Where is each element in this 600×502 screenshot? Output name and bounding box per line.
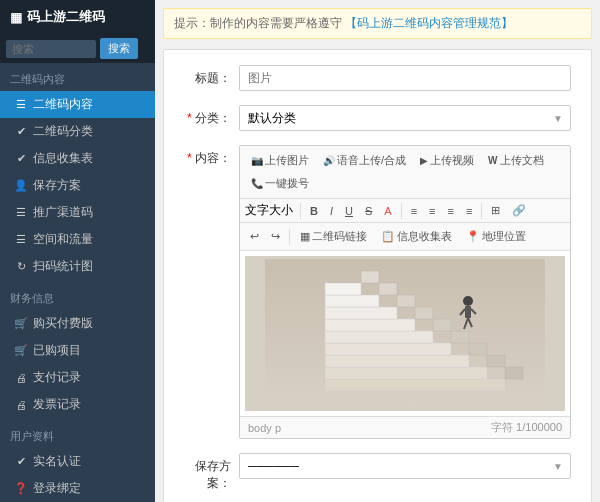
upload-video-icon: ▶	[420, 155, 428, 166]
redo-btn[interactable]: ↪	[266, 228, 285, 245]
align-center-btn[interactable]: ≡	[424, 203, 440, 219]
bold-btn[interactable]: B	[305, 203, 323, 219]
svg-rect-3	[325, 355, 469, 367]
qr-link-btn[interactable]: ▦ 二维码链接	[294, 226, 373, 247]
search-button[interactable]: 搜索	[100, 38, 138, 59]
link-btn[interactable]: 🔗	[507, 202, 531, 219]
geo-location-btn[interactable]: 📍 地理位置	[460, 226, 532, 247]
one-click-call-btn[interactable]: 📞 一键拨号	[245, 173, 315, 194]
search-input[interactable]	[6, 40, 96, 58]
svg-rect-9	[325, 283, 361, 295]
italic-btn[interactable]: I	[325, 203, 338, 219]
divider3	[481, 203, 482, 219]
notice-link[interactable]: 【码上游二维码内容管理规范】	[345, 16, 513, 30]
sidebar-section-title-finance: 财务信息	[0, 287, 155, 310]
info-collect-btn[interactable]: 📋 信息收集表	[375, 226, 458, 247]
sidebar-item-buy-premium[interactable]: 🛒 购买付费版	[0, 310, 155, 337]
upload-image-icon: 📷	[251, 155, 263, 166]
align-left-btn[interactable]: ≡	[406, 203, 422, 219]
upload-doc-icon: W	[488, 155, 497, 166]
save-plan-icon: 👤	[14, 179, 28, 192]
align-right-btn[interactable]: ≡	[443, 203, 459, 219]
color-btn[interactable]: A	[379, 203, 396, 219]
sidebar-item-space-flow[interactable]: ☰ 空间和流量	[0, 226, 155, 253]
svg-rect-8	[325, 295, 379, 307]
buy-premium-icon: 🛒	[14, 317, 28, 330]
table-btn[interactable]: ⊞	[486, 202, 505, 219]
undo-btn[interactable]: ↩	[245, 228, 264, 245]
promo-channel-icon: ☰	[14, 206, 28, 219]
divider4	[289, 229, 290, 245]
svg-rect-17	[379, 283, 397, 295]
sidebar-item-invoice-records[interactable]: 🖨 发票记录	[0, 391, 155, 418]
save-plan-select-wrap: ────── ▼	[239, 453, 571, 479]
upload-video-btn[interactable]: ▶ 上传视频	[414, 150, 480, 171]
editor-content-area[interactable]	[240, 251, 570, 416]
editor-wrap: 📷 上传图片 🔊 语音上传/合成 ▶ 上传视频 W	[239, 145, 571, 439]
sidebar-section-title-user: 用户资料	[0, 425, 155, 448]
font-size-label: 文字大小	[245, 202, 293, 219]
login-bind-icon: ❓	[14, 482, 28, 495]
qr-category-icon: ✔	[14, 125, 28, 138]
scan-stats-icon: ↻	[14, 260, 28, 273]
svg-rect-18	[361, 271, 379, 283]
svg-rect-1	[325, 379, 505, 391]
category-label: * 分类：	[184, 105, 239, 127]
voice-btn[interactable]: 🔊 语音上传/合成	[317, 150, 412, 171]
svg-rect-5	[325, 331, 433, 343]
svg-rect-11	[487, 355, 505, 367]
sidebar-item-promo-channel[interactable]: ☰ 推广渠道码	[0, 199, 155, 226]
title-input[interactable]	[239, 65, 571, 91]
strikethrough-btn[interactable]: S	[360, 203, 377, 219]
logo-icon: ▦	[10, 10, 22, 25]
category-select[interactable]: 默认分类	[239, 105, 571, 131]
divider1	[300, 203, 301, 219]
editor-toolbar-format: 文字大小 B I U S A ≡ ≡ ≡ ≡ ⊞ 🔗	[240, 199, 570, 223]
save-plan-row: 保存方案： ────── ▼	[184, 453, 571, 492]
sidebar-item-real-name[interactable]: ✔ 实名认证	[0, 448, 155, 475]
sidebar-search: 搜索	[0, 34, 155, 63]
sidebar-section-qr: 二维码内容 ☰ 二维码内容 ✔ 二维码分类 ✔ 信息收集表 👤 保存方案 ☰ 推…	[0, 63, 155, 282]
content-field: 📷 上传图片 🔊 语音上传/合成 ▶ 上传视频 W	[239, 145, 571, 439]
svg-rect-15	[415, 307, 433, 319]
voice-icon: 🔊	[323, 155, 335, 166]
content-label: * 内容：	[184, 145, 239, 167]
real-name-icon: ✔	[14, 455, 28, 468]
notice-bar: 提示：制作的内容需要严格遵守 【码上游二维码内容管理规范】	[163, 8, 592, 39]
svg-rect-6	[325, 319, 415, 331]
one-click-call-icon: 📞	[251, 178, 263, 189]
title-field	[239, 65, 571, 91]
sidebar-section-finance: 财务信息 🛒 购买付费版 🛒 已购项目 🖨 支付记录 🖨 发票记录	[0, 282, 155, 420]
category-field: 默认分类 ▼	[239, 105, 571, 131]
svg-rect-2	[325, 367, 487, 379]
main-content: 提示：制作的内容需要严格遵守 【码上游二维码内容管理规范】 标题： * 分类： …	[155, 0, 600, 502]
upload-doc-btn[interactable]: W 上传文档	[482, 150, 549, 171]
sidebar-section-title-qr: 二维码内容	[0, 68, 155, 91]
sidebar-item-scan-stats[interactable]: ↻ 扫码统计图	[0, 253, 155, 280]
title-row: 标题：	[184, 65, 571, 91]
save-plan-select[interactable]: ──────	[239, 453, 571, 479]
sidebar-item-payment-records[interactable]: 🖨 支付记录	[0, 364, 155, 391]
sidebar-item-save-plan[interactable]: 👤 保存方案	[0, 172, 155, 199]
underline-btn[interactable]: U	[340, 203, 358, 219]
notice-text: 提示：制作的内容需要严格遵守	[174, 16, 342, 30]
invoice-records-icon: 🖨	[14, 399, 28, 411]
sidebar-item-qr-category[interactable]: ✔ 二维码分类	[0, 118, 155, 145]
align-justify-btn[interactable]: ≡	[461, 203, 477, 219]
space-flow-icon: ☰	[14, 233, 28, 246]
qr-content-icon: ☰	[14, 98, 28, 111]
sidebar-item-info-collect[interactable]: ✔ 信息收集表	[0, 145, 155, 172]
sidebar-item-qr-content[interactable]: ☰ 二维码内容	[0, 91, 155, 118]
upload-image-btn[interactable]: 📷 上传图片	[245, 150, 315, 171]
geo-location-icon: 📍	[466, 230, 480, 243]
svg-rect-14	[433, 319, 451, 331]
svg-rect-20	[465, 306, 471, 318]
title-label: 标题：	[184, 65, 239, 87]
svg-rect-12	[469, 343, 487, 355]
sidebar-item-purchased[interactable]: 🛒 已购项目	[0, 337, 155, 364]
sidebar: ▦ 码上游二维码 搜索 二维码内容 ☰ 二维码内容 ✔ 二维码分类 ✔ 信息收集…	[0, 0, 155, 502]
svg-rect-16	[397, 295, 415, 307]
save-plan-label: 保存方案：	[184, 453, 239, 492]
sidebar-item-login-bind[interactable]: ❓ 登录绑定	[0, 475, 155, 502]
info-collect-toolbar-icon: 📋	[381, 230, 395, 243]
